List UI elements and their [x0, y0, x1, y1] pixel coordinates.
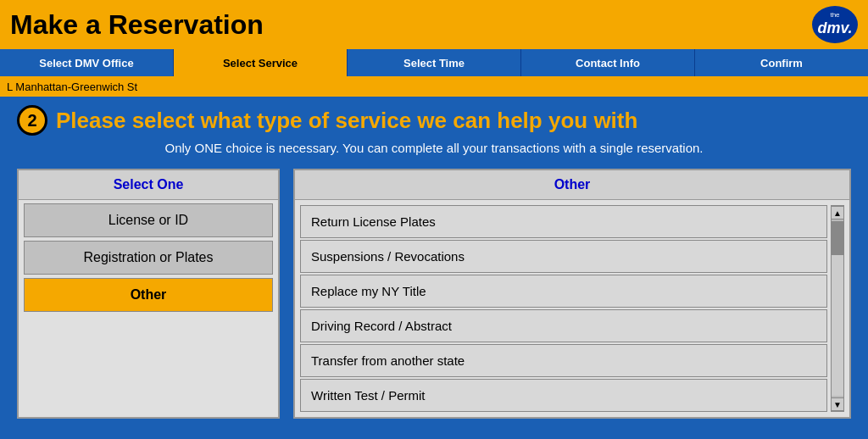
tab-select-service[interactable]: Select Service	[174, 49, 348, 76]
main-content: 2 Please select what type of service we …	[0, 97, 868, 427]
option-written-test-permit[interactable]: Written Test / Permit	[300, 379, 827, 412]
page-title: Make a Reservation	[10, 9, 264, 41]
page-header: Make a Reservation the dmv.	[0, 0, 868, 49]
location-bar: L Manhattan-Greenwich St	[0, 76, 868, 97]
scrollbar-thumb[interactable]	[832, 221, 843, 255]
option-suspensions-revocations[interactable]: Suspensions / Revocations	[300, 240, 827, 273]
option-replace-ny-title[interactable]: Replace my NY Title	[300, 275, 827, 308]
selection-area: Select One License or ID Registration or…	[17, 169, 851, 419]
scrollbar-down-button[interactable]: ▼	[831, 397, 844, 411]
step-subtitle: Only ONE choice is necessary. You can co…	[17, 141, 851, 155]
logo-dmv: dmv.	[817, 19, 852, 38]
right-panel: Other Return License Plates Suspensions …	[293, 169, 851, 419]
left-spacer	[19, 315, 278, 383]
option-return-license-plates[interactable]: Return License Plates	[300, 205, 827, 238]
step-title: Please select what type of service we ca…	[56, 108, 637, 134]
option-license-id[interactable]: License or ID	[24, 203, 273, 237]
right-list-container: Return License Plates Suspensions / Revo…	[295, 200, 849, 417]
nav-tabs: Select DMV Office Select Service Select …	[0, 49, 868, 76]
left-panel: Select One License or ID Registration or…	[17, 169, 280, 419]
tab-select-time[interactable]: Select Time	[348, 49, 521, 76]
tab-select-dmv-office[interactable]: Select DMV Office	[0, 49, 174, 76]
logo-the: the	[830, 11, 839, 19]
option-registration-plates[interactable]: Registration or Plates	[24, 241, 273, 275]
option-other[interactable]: Other	[24, 278, 273, 312]
option-driving-record-abstract[interactable]: Driving Record / Abstract	[300, 309, 827, 342]
left-panel-header: Select One	[19, 170, 278, 200]
step-heading: 2 Please select what type of service we …	[17, 105, 851, 136]
step-number: 2	[17, 105, 47, 136]
location-text: L Manhattan-Greenwich St	[7, 81, 137, 93]
tab-confirm[interactable]: Confirm	[695, 49, 868, 76]
scrollbar-up-button[interactable]: ▲	[831, 206, 844, 220]
right-panel-header: Other	[295, 170, 849, 200]
scrollbar-track	[832, 221, 843, 396]
tab-contact-info[interactable]: Contact Info	[521, 49, 695, 76]
right-list: Return License Plates Suspensions / Revo…	[300, 203, 827, 414]
option-transfer-from-another-state[interactable]: Transfer from another state	[300, 344, 827, 377]
right-scrollbar: ▲ ▼	[831, 205, 844, 412]
dmv-logo: the dmv.	[812, 6, 858, 43]
